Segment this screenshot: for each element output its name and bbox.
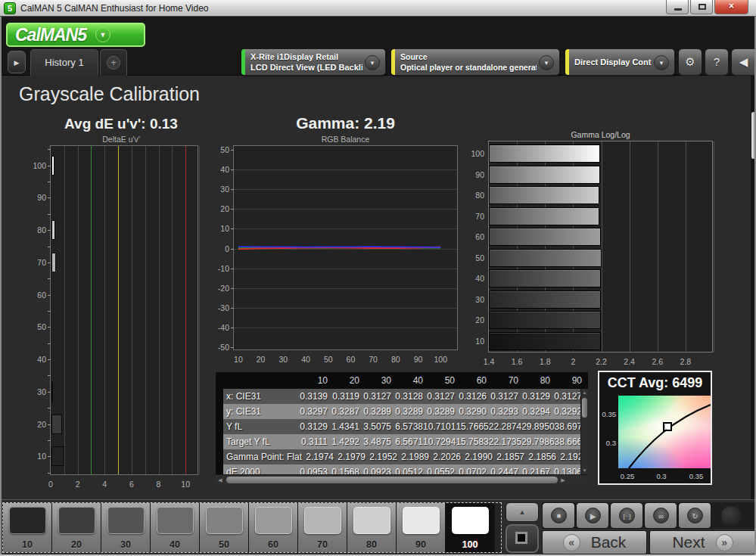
table-cell: 29.7986 [521,436,554,447]
calman-logo-menu[interactable]: CalMAN5 ▼ [6,23,145,47]
scroll-up-icon[interactable]: ▲ [581,389,588,396]
table-cell: 1.4341 [328,421,359,432]
axis-tick-label: 6 [118,480,145,489]
tick-mark [48,278,51,279]
table-row: x: CIE310.31390.31190.31270.31280.31270.… [216,389,588,404]
back-chevron-icon: « [563,534,580,551]
next-button[interactable]: Next » [649,530,756,554]
table-cell: 3.5075 [359,421,391,432]
patch-button-40[interactable]: 40 [151,503,200,552]
table-cell: 10.7101 [423,421,456,432]
back-label: Back [591,533,627,551]
table-vscroll-thumb[interactable] [582,398,587,418]
help-button[interactable]: ? [705,48,729,76]
table-header-row: 102030405060708090 [216,372,588,389]
scroll-right-icon[interactable]: ▶ [559,477,567,483]
up-arrow-icon: ▲ [519,508,526,516]
tick-mark [231,269,234,269]
table-cell: 2.1979 [334,452,366,462]
patch-button-50[interactable]: 50 [200,503,249,552]
column-header: 40 [391,375,423,386]
add-tab-button[interactable]: + [100,49,127,76]
source-dropdown[interactable]: Source Optical player or standalone gene… [390,48,560,76]
meter-dropdown[interactable]: X-Rite i1Display Retail LCD Direct View … [241,48,386,76]
gray-swatch [58,507,95,534]
table-cell: 6.5738 [391,421,423,432]
tick-mark [231,169,234,170]
grid-line [132,146,132,474]
table-gutter [216,449,223,464]
layout-flyout-button[interactable]: ▶ [8,51,26,73]
continuous-button[interactable]: ∞ [644,502,677,529]
patch-button-60[interactable]: 60 [249,503,298,552]
gamma-loglog-title: Gamma Log/Log [488,130,713,139]
column-header: 90 [550,375,582,386]
patch-button-20[interactable]: 20 [52,503,101,552]
de-bar [51,156,54,175]
gamma-bar [489,207,599,225]
pattern-window-button[interactable] [506,524,539,553]
play-icon: ▶ [585,508,601,523]
gamma-bar [489,249,602,267]
table-vertical-scrollbar[interactable]: ▲ ▼ [580,389,588,474]
scroll-left-icon[interactable]: ◀ [216,477,224,483]
record-circle-icon [721,506,741,526]
collapse-panel-button[interactable]: ◀ [731,48,756,76]
refresh-button[interactable]: ↻ [678,502,711,529]
tick-mark [48,197,51,198]
table-hscroll-thumb[interactable] [226,477,558,483]
table-cell: 0.3289 [359,406,391,417]
axis-tick-label: 20 [462,315,484,325]
patch-button-10[interactable]: 10 [3,503,52,552]
reference-line [91,146,92,474]
patch-button-30[interactable]: 30 [101,503,151,552]
tick-mark [48,247,51,247]
axis-tick-label: 2.4 [616,357,643,366]
back-button[interactable]: « Back [542,530,647,554]
patch-level-up-button[interactable]: ▲ [506,502,539,522]
minimize-button[interactable] [666,0,689,14]
patch-button-90[interactable]: 90 [397,503,446,552]
table-cell: 2.1952 [366,452,397,462]
close-button[interactable]: × [714,0,748,14]
axis-tick-label: 1.6 [503,357,530,366]
settings-button[interactable]: ⚙ [678,48,702,76]
cct-panel: CCT Avg: 6499 0.350.30.250.30.35 [598,371,712,485]
patch-label: 70 [298,539,347,550]
patch-button-100[interactable]: 100 [446,503,495,552]
tick-mark [48,359,51,360]
gamma-loglog-plot [488,141,713,353]
axis-tick-label: 0.25 [618,472,637,480]
gamma-bar [489,166,600,184]
grid-line [658,141,658,352]
measurement-transport: ■▶[··]∞↻ [542,502,756,529]
table-cell: 2.1974 [302,452,334,462]
row-label: x: CIE31 [223,391,296,402]
source-line1: Source [400,51,537,62]
maximize-button[interactable] [690,0,713,14]
patch-label: 60 [249,539,297,550]
tab-history-1[interactable]: History 1 [30,49,98,76]
scroll-down-icon[interactable]: ▼ [581,467,588,474]
display-control-dropdown[interactable]: Direct Display Control ▼ [565,48,675,76]
patch-button-80[interactable]: 80 [347,503,397,552]
table-cell: 0.3127 [359,391,391,402]
patch-button-70[interactable]: 70 [298,503,347,552]
display-control-accent-bar [565,49,569,75]
table-gutter [216,419,223,434]
play-button[interactable]: ▶ [576,502,609,529]
table-cell: 0.3127 [423,391,455,402]
interval-button[interactable]: [··] [610,502,643,529]
axis-tick-label: 2 [64,480,92,489]
arrow-left-icon: ◀ [739,55,748,68]
rgb-balance-plot [233,145,458,350]
grid-line [630,141,630,352]
gamma-bar [489,228,601,246]
table-horizontal-scrollbar[interactable]: ◀ ▶ [216,474,588,484]
table-cell: 2.1990 [461,452,493,462]
table-cell: 0.3129 [518,391,550,402]
title-bar: 5 CalMAN 5 CalMAN Enthusiast for Home Vi… [0,0,756,17]
table-cell: 0.3127 [550,391,582,402]
table-cell: 0.3127 [487,391,518,402]
stop-button[interactable]: ■ [542,502,575,529]
